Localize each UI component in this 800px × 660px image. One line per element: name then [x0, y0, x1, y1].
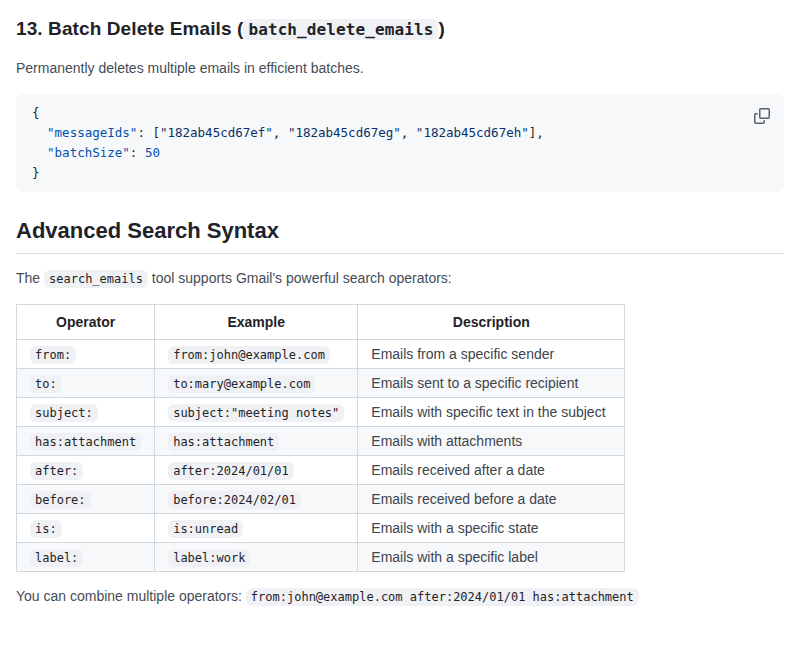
code-token: "messageIds" — [47, 125, 137, 140]
table-row: from: from:john@example.com Emails from … — [17, 340, 625, 369]
copy-icon — [754, 108, 770, 124]
code-token — [32, 145, 47, 160]
batch-delete-heading: 13. Batch Delete Emails (batch_delete_em… — [16, 18, 784, 40]
example-code: subject:"meeting notes" — [168, 404, 344, 422]
description-cell: Emails received after a date — [358, 456, 625, 485]
example-code: after:2024/01/01 — [168, 462, 294, 480]
description-cell: Emails with attachments — [358, 427, 625, 456]
combined-operators-code: from:john@example.com after:2024/01/01 h… — [246, 588, 639, 606]
combine-operators-note: You can combine multiple operators: from… — [16, 588, 784, 604]
operator-code: has:attachment — [30, 433, 141, 451]
readme-page: 13. Batch Delete Emails (batch_delete_em… — [0, 0, 800, 604]
description-cell: Emails from a specific sender — [358, 340, 625, 369]
code-token: , — [273, 125, 288, 140]
heading-inline-code: batch_delete_emails — [243, 19, 438, 40]
code-token: "182ab45cd67ef" — [160, 125, 273, 140]
code-token: , — [401, 125, 416, 140]
operator-code: is: — [30, 520, 62, 538]
operator-code: before: — [30, 491, 91, 509]
json-code-content: { "messageIds": ["182ab45cd67ef", "182ab… — [32, 103, 768, 183]
code-token: "182ab45cd67eg" — [288, 125, 401, 140]
operator-code: from: — [30, 346, 76, 364]
operator-code: subject: — [30, 404, 98, 422]
code-token — [32, 125, 47, 140]
code-token: ], — [529, 125, 544, 140]
description-cell: Emails with a specific state — [358, 514, 625, 543]
table-header-row: Operator Example Description — [17, 305, 625, 340]
table-row: to: to:mary@example.com Emails sent to a… — [17, 369, 625, 398]
intro-text-suffix: tool supports Gmail's powerful search op… — [152, 270, 452, 286]
code-token: 50 — [145, 145, 160, 160]
description-cell: Emails with a specific label — [358, 543, 625, 572]
header-description: Description — [358, 305, 625, 340]
example-code: is:unread — [168, 520, 243, 538]
header-operator: Operator — [17, 305, 155, 340]
code-token: "182ab45cd67eh" — [416, 125, 529, 140]
code-token: "batchSize" — [47, 145, 130, 160]
header-example: Example — [155, 305, 358, 340]
heading-text-suffix: ) — [438, 18, 444, 39]
search-operators-table: Operator Example Description from: from:… — [16, 304, 625, 572]
example-code: before:2024/02/01 — [168, 491, 301, 509]
description-cell: Emails with specific text in the subject — [358, 398, 625, 427]
footer-text: You can combine multiple operators: — [16, 588, 242, 604]
table-row: subject: subject:"meeting notes" Emails … — [17, 398, 625, 427]
description-cell: Emails received before a date — [358, 485, 625, 514]
table-row: has:attachment has:attachment Emails wit… — [17, 427, 625, 456]
table-row: label: label:work Emails with a specific… — [17, 543, 625, 572]
table-row: is: is:unread Emails with a specific sta… — [17, 514, 625, 543]
example-code: has:attachment — [168, 433, 279, 451]
code-token: : — [130, 145, 145, 160]
batch-delete-description: Permanently deletes multiple emails in e… — [16, 60, 784, 76]
search-emails-inline-code: search_emails — [44, 270, 148, 288]
operator-code: after: — [30, 462, 83, 480]
code-token: : [ — [137, 125, 160, 140]
json-code-block: { "messageIds": ["182ab45cd67ef", "182ab… — [16, 94, 784, 192]
code-token: { — [32, 105, 40, 120]
description-cell: Emails sent to a specific recipient — [358, 369, 625, 398]
intro-text-prefix: The — [16, 270, 40, 286]
copy-button[interactable] — [748, 102, 776, 130]
operator-code: to: — [30, 375, 62, 393]
example-code: label:work — [168, 549, 250, 567]
table-row: before: before:2024/02/01 Emails receive… — [17, 485, 625, 514]
table-row: after: after:2024/01/01 Emails received … — [17, 456, 625, 485]
example-code: from:john@example.com — [168, 346, 330, 364]
operator-code: label: — [30, 549, 83, 567]
search-intro: The search_emails tool supports Gmail's … — [16, 270, 784, 286]
heading-text-prefix: 13. Batch Delete Emails ( — [16, 18, 243, 39]
advanced-search-heading: Advanced Search Syntax — [16, 218, 784, 254]
example-code: to:mary@example.com — [168, 375, 315, 393]
code-token: } — [32, 165, 40, 180]
